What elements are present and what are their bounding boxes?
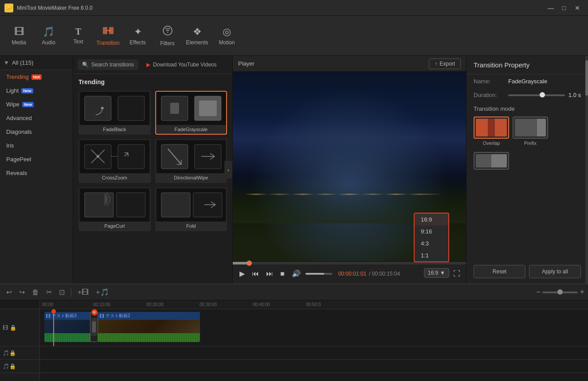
video-lock-icon[interactable]: 🔒 <box>10 325 16 331</box>
transition-card-fadeblack[interactable]: FadeBlack <box>78 91 151 135</box>
sidebar: ▼ All (115) Trending Hot Light New Wipe … <box>0 56 73 284</box>
zoom-in-button[interactable]: + <box>580 288 584 297</box>
toolbar-elements[interactable]: ❖ Elements <box>183 19 212 52</box>
toolbar-separator <box>71 288 71 297</box>
audio-lock-2[interactable]: 🔒 <box>9 363 16 369</box>
toolbar-audio[interactable]: 🎵 Audio <box>34 19 63 52</box>
chevron-down-icon: ▼ <box>440 270 445 276</box>
track-labels: 🎞 🔒 🎵 🔒 🎵 🔒 <box>0 300 40 381</box>
audio-track-label-1: 🎵 🔒 <box>0 346 39 360</box>
aspect-option-9-16[interactable]: 9:16 <box>415 225 448 237</box>
add-audio-track-button[interactable]: +🎵 <box>93 286 111 298</box>
toolbar-text[interactable]: T Text <box>64 19 93 52</box>
crop-button[interactable]: ⊡ <box>56 286 67 298</box>
zoom-out-button[interactable]: − <box>536 288 541 297</box>
mode-overlap-button[interactable] <box>474 117 509 139</box>
video-clip-2[interactable]: 🎞 テスト動画2 <box>98 312 200 342</box>
volume-fill <box>306 273 324 275</box>
sidebar-item-advanced[interactable]: Advanced <box>0 111 73 125</box>
toolbar-filters[interactable]: Filters <box>153 19 182 52</box>
sidebar-item-wipe[interactable]: Wipe New <box>0 97 73 111</box>
ruler-mark-20: 00:20:00 <box>146 302 164 307</box>
transition-x-icon: ✕ <box>91 309 98 315</box>
add-video-track-button[interactable]: +🎞 <box>75 287 91 298</box>
audio-lock-1[interactable]: 🔒 <box>9 350 16 356</box>
duration-thumb <box>540 92 545 97</box>
toolbar-media[interactable]: 🎞 Media <box>4 19 33 52</box>
apply-to-all-button[interactable]: Apply to all <box>529 265 581 278</box>
aspect-option-1-1[interactable]: 1:1 <box>415 249 448 261</box>
aspect-option-16-9[interactable]: 16:9 <box>415 214 448 225</box>
stop-button[interactable]: ■ <box>278 268 287 279</box>
toolbar-transition[interactable]: Transition <box>94 19 122 52</box>
undo-button[interactable]: ↩ <box>4 286 15 298</box>
mode-prefix-button[interactable] <box>513 117 548 139</box>
sidebar-item-trending[interactable]: Trending Hot <box>0 70 73 84</box>
sidebar-item-light[interactable]: Light New <box>0 84 73 97</box>
play-button[interactable]: ▶ <box>237 268 247 279</box>
export-button[interactable]: ↑ Export <box>429 58 461 69</box>
prop-actions: Reset Apply to all <box>466 260 588 284</box>
advanced-label: Advanced <box>6 115 32 121</box>
sidebar-item-reveals[interactable]: Reveals <box>0 166 73 180</box>
sidebar-item-pagepeel[interactable]: PagePeel <box>0 152 73 166</box>
toolbar-motion[interactable]: ◎ Motion <box>212 19 241 52</box>
ruler-spacer <box>0 300 39 309</box>
svg-rect-11 <box>199 101 216 116</box>
sidebar-item-diagonals[interactable]: Diagonals <box>0 125 73 139</box>
search-icon: 🔍 <box>82 62 89 68</box>
pagecurl-name: PageCurl <box>79 222 150 230</box>
scroll-thumb <box>585 60 588 96</box>
toolbar-effects[interactable]: ✦ Effects <box>123 19 152 52</box>
volume-slider[interactable] <box>306 273 332 275</box>
mode-options: Overlap Prefix <box>466 114 588 152</box>
mode-third-button[interactable] <box>474 152 509 170</box>
transition-card-directionalwipe[interactable]: DirectionalWipe <box>155 139 227 183</box>
svg-rect-19 <box>118 144 145 169</box>
volume-button[interactable]: 🔊 <box>290 268 303 279</box>
transition-card-fadegrayscale[interactable]: FadeGrayscale <box>155 91 227 135</box>
ruler-mark-50: 00:50:0 <box>306 302 321 307</box>
next-button[interactable]: ⏭ <box>264 268 275 279</box>
transition-card-crosszoom[interactable]: CrossZoom <box>78 139 151 183</box>
diagonals-label: Diagonals <box>6 128 32 135</box>
video-clip-1[interactable]: 🎞 テスト動画3 <box>44 312 91 342</box>
music-icon-1: 🎵 <box>3 350 9 356</box>
sidebar-all-category[interactable]: ▼ All (115) <box>0 56 73 70</box>
cut-button[interactable]: ✂ <box>43 286 55 298</box>
duration-label: Duration: <box>474 92 505 98</box>
transition-card-pagecurl[interactable]: PageCurl <box>78 187 151 231</box>
pagepeel-label: PagePeel <box>6 156 31 163</box>
duration-slider[interactable] <box>508 94 565 96</box>
reset-button[interactable]: Reset <box>474 265 525 278</box>
sidebar-item-iris[interactable]: Iris <box>0 139 73 152</box>
close-button[interactable]: ✕ <box>571 3 584 13</box>
fullscreen-button[interactable]: ⛶ <box>452 268 462 279</box>
panel-collapse-button[interactable]: › <box>224 161 232 179</box>
redo-button[interactable]: ↪ <box>16 286 27 298</box>
search-transitions-button[interactable]: 🔍 Search transitions <box>78 59 138 70</box>
clip1-header: 🎞 テスト動画3 <box>44 312 91 320</box>
property-scrollbar[interactable] <box>585 56 588 284</box>
youtube-download-button[interactable]: ▶ Download YouTube Videos <box>142 59 221 70</box>
delete-button[interactable]: 🗑 <box>29 287 42 298</box>
aspect-option-4-3[interactable]: 4:3 <box>415 237 448 249</box>
progress-bar[interactable] <box>233 262 466 264</box>
minimize-button[interactable]: — <box>545 3 557 13</box>
aspect-ratio-button[interactable]: 16:9 ▼ <box>424 268 449 278</box>
transition-card-fold[interactable]: Fold <box>155 187 227 231</box>
maximize-button[interactable]: □ <box>558 3 570 13</box>
mode-overlap-visual <box>476 119 507 136</box>
audio-track-label-2: 🎵 🔒 <box>0 360 39 373</box>
youtube-label: Download YouTube Videos <box>153 62 216 68</box>
transition-marker[interactable]: ✕ <box>90 312 98 342</box>
light-label: Light <box>6 87 19 94</box>
ruler-mark-30: 00:30:00 <box>200 302 217 307</box>
elements-label: Elements <box>186 39 208 46</box>
youtube-icon: ▶ <box>146 62 150 68</box>
zoom-slider[interactable] <box>542 292 578 293</box>
transition-mode-title: Transition mode <box>466 102 588 114</box>
player-title: Player <box>238 60 424 67</box>
prev-button[interactable]: ⏮ <box>250 268 261 279</box>
transitions-grid: FadeBlack FadeGrayscale <box>73 88 232 234</box>
